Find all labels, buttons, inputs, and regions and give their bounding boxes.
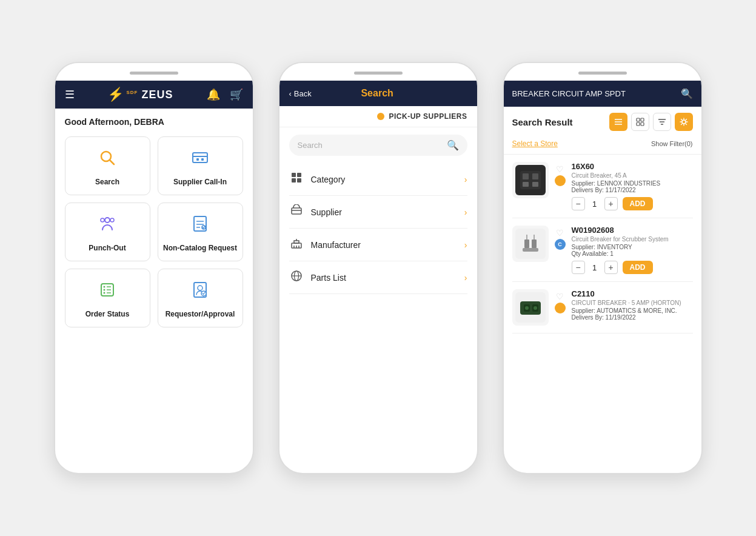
svg-point-49 — [682, 120, 686, 124]
category-chevron-icon: › — [464, 175, 467, 184]
search-header: ‹ Back Search — [279, 81, 477, 106]
add-button-1[interactable]: ADD — [623, 197, 653, 210]
phone-notch-3 — [504, 63, 701, 81]
partslist-icon — [289, 270, 304, 285]
menu-item-noncatalog[interactable]: Non-Catalog Request — [158, 203, 243, 261]
toolbar-settings-icon[interactable] — [675, 113, 693, 131]
greeting-text: Good Afternoon, DEBRA — [55, 109, 253, 133]
product-delivery-3: Delivers By: 11/19/2022 — [572, 314, 693, 321]
svg-rect-56 — [515, 229, 546, 259]
supplier-nav-icon — [289, 204, 304, 219]
supplier-nav-label: Supplier — [311, 207, 457, 217]
search-glass-icon: 🔍 — [447, 139, 459, 151]
product-item-2: ♡ C W01902608 Circuit Breaker for Scrubb… — [512, 218, 693, 282]
product-qty-row-1: − 1 + ADD — [572, 197, 693, 210]
product-name-2: W01902608 — [572, 226, 693, 235]
qty-minus-1[interactable]: − — [572, 197, 585, 210]
partslist-label: Parts List — [311, 273, 457, 283]
product-delivery-2: Qty Available: 1 — [572, 250, 693, 257]
qty-minus-2[interactable]: − — [572, 261, 585, 274]
category-icon — [289, 172, 304, 187]
search-input-bar[interactable]: Search 🔍 — [289, 135, 467, 156]
home-header: ☰ ⚡ SDF ZEUS 🔔 🛒 — [55, 81, 253, 109]
add-button-2[interactable]: ADD — [623, 261, 653, 274]
supplier-chevron-icon: › — [464, 207, 467, 217]
pickup-label: PICK-UP SUPPLIERS — [389, 112, 467, 121]
svg-point-17 — [104, 289, 105, 291]
fav-icon-3[interactable]: ♡ — [556, 292, 564, 301]
nav-item-manufacturer[interactable]: Manufacturer › — [289, 229, 467, 261]
svg-point-67 — [534, 306, 537, 310]
menu-item-orderstatus[interactable]: Order Status — [65, 269, 150, 327]
badge-1 — [555, 175, 566, 186]
product-item-1: ♡ 16X60 Circuit Breaker, 45 A Supplier: … — [512, 155, 693, 218]
manufacturer-label: Manufacturer — [311, 240, 457, 250]
svg-rect-25 — [297, 173, 301, 177]
product-image-3 — [512, 289, 549, 326]
product-image-2 — [512, 226, 549, 262]
cart-icon[interactable]: 🛒 — [230, 88, 243, 101]
search-menu-icon — [98, 148, 117, 172]
menu-item-supplier[interactable]: Supplier Call-In — [158, 136, 243, 195]
qty-plus-2[interactable]: + — [604, 261, 618, 274]
svg-point-66 — [525, 306, 529, 310]
menu-item-requestor[interactable]: Requestor/Approval — [158, 269, 243, 327]
svg-rect-58 — [532, 240, 537, 248]
logo-sdf: SDF — [126, 90, 138, 95]
svg-rect-53 — [532, 173, 538, 179]
orderstatus-menu-icon — [98, 280, 117, 304]
back-chevron-icon: ‹ — [289, 89, 292, 98]
noncatalog-menu-icon — [190, 214, 210, 238]
svg-rect-4 — [196, 158, 199, 161]
results-toolbar — [609, 113, 693, 131]
svg-point-15 — [104, 286, 105, 288]
supplier-menu-icon — [190, 148, 210, 172]
phone-home: ☰ ⚡ SDF ZEUS 🔔 🛒 Good Afternoon, DEBRA — [54, 62, 254, 474]
header-icons: 🔔 🛒 — [207, 88, 243, 101]
back-label: Back — [294, 89, 312, 98]
bolt-icon: ⚡ — [107, 87, 124, 102]
category-label: Category — [311, 175, 457, 184]
menu-label-search: Search — [95, 178, 119, 186]
svg-rect-54 — [523, 182, 529, 187]
toolbar-grid-icon[interactable] — [631, 113, 649, 131]
results-search-input[interactable] — [512, 89, 675, 98]
punchout-menu-icon — [98, 214, 117, 238]
results-search-bar[interactable]: 🔍 — [504, 81, 701, 107]
product-supplier-3: Supplier: AUTOMATICS & MORE, INC. — [572, 307, 693, 314]
svg-point-6 — [105, 218, 110, 223]
phone-search: ‹ Back Search PICK-UP SUPPLIERS Search 🔍 — [278, 62, 478, 474]
toolbar-filter-icon[interactable] — [653, 113, 671, 131]
product-qty-row-2: − 1 + ADD — [572, 261, 693, 274]
product-desc-2: Circuit Breaker for Scrubber System — [572, 236, 693, 243]
select-store-link[interactable]: Select a Store — [512, 139, 558, 148]
qty-plus-1[interactable]: + — [604, 197, 618, 210]
svg-rect-26 — [292, 178, 296, 183]
fav-icon-2[interactable]: ♡ — [556, 228, 564, 238]
product-info-3: C2110 CIRCUIT BREAKER · 5 AMP (HORTON) S… — [572, 289, 693, 321]
fav-icon-1[interactable]: ♡ — [556, 164, 564, 174]
svg-rect-57 — [524, 240, 529, 248]
svg-point-22 — [198, 286, 202, 290]
product-image-1 — [512, 162, 549, 198]
filter-bar: Select a Store Show Filter(0) — [504, 137, 701, 155]
hamburger-icon[interactable]: ☰ — [65, 88, 75, 101]
show-filter-dropdown[interactable]: Show Filter(0) — [651, 140, 692, 147]
phone-notch-2 — [279, 63, 477, 81]
menu-item-punchout[interactable]: Punch-Out — [65, 203, 150, 261]
menu-item-search[interactable]: Search — [65, 136, 150, 195]
qty-val-2: 1 — [590, 263, 600, 272]
nav-item-supplier[interactable]: Supplier › — [289, 196, 467, 229]
manufacturer-icon — [289, 237, 304, 252]
nav-item-partslist[interactable]: Parts List › — [289, 261, 467, 294]
svg-point-19 — [104, 292, 105, 294]
bell-icon[interactable]: 🔔 — [207, 88, 220, 101]
svg-rect-2 — [193, 153, 207, 162]
logo-area: ⚡ SDF ZEUS — [107, 87, 173, 102]
manufacturer-chevron-icon: › — [464, 240, 467, 250]
toolbar-list-icon[interactable] — [609, 113, 627, 131]
back-button[interactable]: ‹ Back — [289, 89, 312, 98]
nav-item-category[interactable]: Category › — [289, 163, 467, 196]
product-desc-3: CIRCUIT BREAKER · 5 AMP (HORTON) — [572, 300, 693, 306]
pickup-dot — [377, 113, 384, 120]
